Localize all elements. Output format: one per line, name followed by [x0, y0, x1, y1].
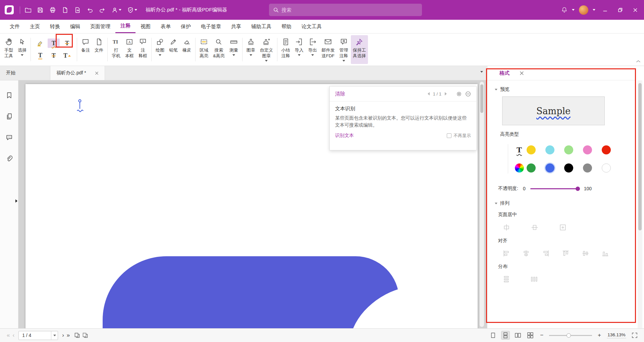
underline-tool[interactable]: T	[34, 51, 46, 60]
protect-verify-button[interactable]	[125, 5, 139, 15]
ribbon-pencil[interactable]: 铅笔	[167, 35, 180, 64]
color-black[interactable]	[564, 163, 573, 173]
highlight-tool[interactable]	[34, 39, 46, 48]
menu-tab-home[interactable]: 主页	[25, 20, 45, 33]
save-button[interactable]	[35, 5, 45, 15]
ribbon-import[interactable]: 导入	[293, 35, 306, 64]
recognize-text-link[interactable]: 识别文本	[335, 133, 354, 139]
align-center-button[interactable]	[521, 249, 531, 258]
prev-page-button[interactable]: ‹	[11, 332, 16, 339]
ribbon-search-highlight[interactable]: 搜索 &高亮	[211, 35, 227, 64]
menu-tab-protect[interactable]: 保护	[176, 20, 196, 33]
menu-tab-accessibility[interactable]: 辅助工具	[246, 20, 276, 33]
menu-tab-esign[interactable]: 电子签章	[196, 20, 226, 33]
scrollbar-thumb[interactable]	[638, 83, 642, 230]
tab-list-caret-icon[interactable]	[480, 71, 483, 73]
bell-button[interactable]	[561, 7, 568, 13]
panel-close-icon[interactable]	[520, 71, 524, 75]
ribbon-email-fdf[interactable]: 邮件发 送FDF	[320, 35, 337, 64]
color-blue-selected[interactable]	[545, 163, 554, 173]
insert-text-tool[interactable]: T	[61, 51, 73, 60]
export-doc-arrow-button[interactable]	[72, 5, 83, 15]
align-right-button[interactable]	[541, 249, 551, 258]
ribbon-measure[interactable]: 测量	[227, 35, 240, 64]
color-cyan[interactable]	[545, 145, 554, 154]
ribbon-note[interactable]: 备注	[79, 35, 92, 64]
align-left-button[interactable]	[501, 249, 511, 258]
menu-tab-file[interactable]: 文件	[5, 20, 25, 33]
panel-scrollbar[interactable]	[638, 80, 642, 328]
single-page-view-button[interactable]	[489, 331, 497, 339]
tab-close-icon[interactable]	[95, 71, 99, 75]
undo-button[interactable]	[85, 5, 95, 15]
color-gray[interactable]	[583, 163, 592, 173]
strikeout-tool[interactable]: T	[61, 39, 73, 48]
facing-continuous-view-button[interactable]	[526, 331, 534, 339]
ribbon-eraser[interactable]: 橡皮	[180, 35, 193, 64]
menu-tab-paper-tools[interactable]: 论文工具	[297, 20, 327, 33]
minimize-popup-icon[interactable]	[465, 91, 471, 97]
menu-tab-share[interactable]: 共享	[226, 20, 246, 33]
color-pink[interactable]	[583, 145, 592, 154]
scrollbar-thumb[interactable]	[480, 84, 483, 113]
opacity-slider-thumb[interactable]	[576, 187, 580, 191]
next-arrow-icon[interactable]	[445, 92, 447, 95]
export-doc-button[interactable]	[60, 5, 70, 15]
tab-active-document[interactable]: 福昕办公.pdf *	[50, 66, 105, 80]
zoom-in-button[interactable]: +	[596, 332, 602, 339]
page-number-box[interactable]: 1 / 4	[18, 331, 58, 340]
ribbon-callout[interactable]: A 注 释框	[137, 35, 149, 64]
fullscreen-button[interactable]	[631, 331, 639, 339]
ribbon-custom-stamp[interactable]: 自定义 图章	[258, 35, 275, 64]
menu-tab-help[interactable]: 帮助	[276, 20, 297, 33]
ribbon-stamp[interactable]: 图章	[245, 35, 257, 64]
ribbon-area-highlight[interactable]: 区域 高亮	[198, 35, 210, 64]
first-page-button[interactable]: «	[5, 332, 11, 339]
distribute-vertical-button[interactable]	[501, 274, 511, 284]
ribbon-export[interactable]: 导出	[306, 35, 319, 64]
close-button[interactable]	[630, 5, 641, 15]
ribbon-summarize-comments[interactable]: 小结 注释	[279, 35, 292, 64]
color-red[interactable]	[602, 145, 611, 154]
menu-tab-form[interactable]: 表单	[156, 20, 176, 33]
bookmarks-panel-button[interactable]	[4, 90, 14, 100]
squiggly-underline-tool[interactable]: T	[48, 39, 60, 48]
color-white[interactable]	[602, 163, 611, 173]
prev-arrow-icon[interactable]	[428, 92, 430, 95]
print-button[interactable]	[48, 5, 58, 15]
sidebar-expand-handle[interactable]	[15, 199, 17, 203]
bell-caret-icon[interactable]	[572, 9, 575, 11]
search-input[interactable]	[281, 7, 418, 13]
color-lightgreen[interactable]	[564, 145, 573, 154]
zoom-value[interactable]: 136.13%	[607, 332, 626, 338]
menu-tab-convert[interactable]: 转换	[45, 20, 65, 33]
align-middle-button[interactable]	[581, 249, 590, 258]
document-scrollbar[interactable]	[480, 82, 484, 327]
ribbon-manage-comments[interactable]: 管理 注释	[337, 35, 350, 64]
zoom-slider-thumb[interactable]	[567, 333, 571, 338]
continuous-view-button[interactable]	[501, 331, 509, 339]
center-vertical-button[interactable]	[530, 222, 540, 232]
next-page-button[interactable]: ›	[61, 332, 65, 339]
redo-button[interactable]	[97, 5, 107, 15]
account-button[interactable]	[110, 5, 123, 15]
ribbon-file-attachment[interactable]: 文件	[93, 35, 105, 64]
distribute-horizontal-button[interactable]	[529, 274, 539, 284]
open-folder-button[interactable]	[23, 5, 33, 15]
dont-show-checkbox[interactable]	[447, 133, 451, 138]
color-yellow[interactable]	[527, 145, 536, 154]
ribbon-typewriter[interactable]: TI 打 字机	[110, 35, 122, 64]
snapshot-button[interactable]	[73, 331, 81, 339]
comments-panel-button[interactable]	[4, 133, 14, 142]
menu-tab-comment[interactable]: 注释	[115, 20, 136, 33]
replace-text-tool[interactable]: T	[48, 51, 60, 60]
ribbon-hand-tool[interactable]: 手型 工具	[2, 35, 15, 64]
attachments-panel-button[interactable]	[4, 154, 14, 163]
pages-panel-button[interactable]	[4, 112, 14, 121]
squiggly-type-icon[interactable]: T	[517, 145, 522, 154]
center-both-button[interactable]	[558, 222, 568, 232]
zoom-out-button[interactable]: −	[539, 332, 545, 339]
avatar-caret-icon[interactable]	[593, 9, 595, 11]
ribbon-select-tool[interactable]: 选择	[16, 35, 29, 64]
zoom-slider[interactable]	[549, 333, 592, 338]
